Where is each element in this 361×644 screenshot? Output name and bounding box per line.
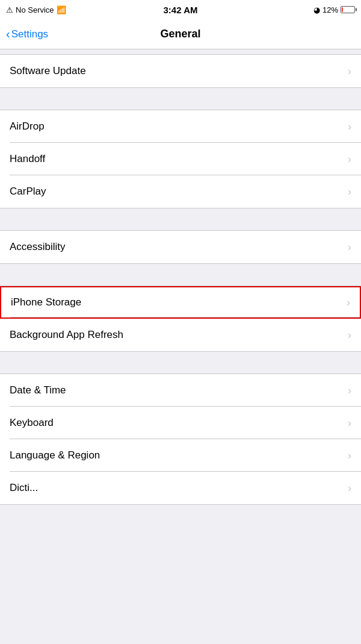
separator-3 [0, 264, 361, 286]
carplay-label: CarPlay [10, 186, 46, 198]
nav-bar: ‹ Settings General [0, 19, 361, 49]
chevron-icon: › [348, 384, 351, 397]
accessibility-label: Accessibility [10, 241, 66, 253]
list-item[interactable]: Background App Refresh › [0, 319, 361, 351]
chevron-icon: › [348, 120, 351, 133]
chevron-icon: › [348, 65, 351, 78]
group-accessibility: Accessibility › [0, 230, 361, 264]
group-storage: iPhone Storage › Background App Refresh … [0, 286, 361, 352]
wifi-icon: 📶 [57, 5, 66, 14]
list-item[interactable]: Keyboard › [0, 407, 361, 439]
chevron-icon: › [348, 241, 351, 254]
chevron-icon: › [348, 417, 351, 430]
back-chevron-icon: ‹ [6, 28, 10, 40]
background-app-refresh-label: Background App Refresh [10, 329, 123, 341]
status-time: 3:42 AM [164, 5, 198, 15]
list-item[interactable]: Date & Time › [0, 374, 361, 407]
airdrop-label: AirDrop [10, 120, 45, 133]
handoff-label: Handoff [10, 153, 45, 165]
location-icon: ◕ [313, 5, 320, 14]
separator-1 [0, 88, 361, 110]
list-item[interactable]: Accessibility › [0, 231, 361, 263]
list-item[interactable]: Handoff › [0, 143, 361, 175]
list-item[interactable]: iPhone Storage › [0, 286, 361, 319]
list-item[interactable]: Language & Region › [0, 439, 361, 472]
chevron-icon: › [348, 329, 351, 342]
back-button[interactable]: ‹ Settings [6, 28, 48, 40]
list-item[interactable]: AirDrop › [0, 110, 361, 143]
separator-4 [0, 352, 361, 374]
battery-fill [342, 7, 343, 12]
list-item[interactable]: Dicti... › [0, 472, 361, 504]
page-title: General [160, 28, 200, 40]
no-service-label: No Service [16, 5, 54, 14]
warning-icon: ⚠ [6, 5, 13, 14]
battery-icon [341, 6, 355, 13]
iphone-storage-label: iPhone Storage [11, 296, 81, 308]
status-bar: ⚠ No Service 📶 3:42 AM ◕ 12% [0, 0, 361, 19]
back-label: Settings [11, 28, 48, 40]
language-region-label: Language & Region [10, 449, 100, 461]
chevron-icon: › [348, 482, 351, 495]
group-sharing: AirDrop › Handoff › CarPlay › [0, 110, 361, 208]
battery-percent: 12% [322, 5, 338, 14]
group-datetime: Date & Time › Keyboard › Language & Regi… [0, 374, 361, 505]
keyboard-label: Keyboard [10, 417, 54, 429]
chevron-icon: › [348, 153, 351, 166]
list-item[interactable]: CarPlay › [0, 175, 361, 208]
software-update-label: Software Update [10, 65, 86, 77]
separator-2 [0, 208, 361, 230]
status-right: ◕ 12% [313, 5, 355, 14]
date-time-label: Date & Time [10, 384, 66, 396]
chevron-icon: › [348, 449, 351, 462]
list-item[interactable]: Software Update › [0, 55, 361, 87]
dictionary-label: Dicti... [10, 482, 38, 494]
status-left: ⚠ No Service 📶 [6, 5, 66, 14]
chevron-icon: › [348, 186, 351, 198]
separator-top [0, 49, 361, 54]
chevron-icon: › [347, 296, 350, 309]
group-software: Software Update › [0, 54, 361, 88]
